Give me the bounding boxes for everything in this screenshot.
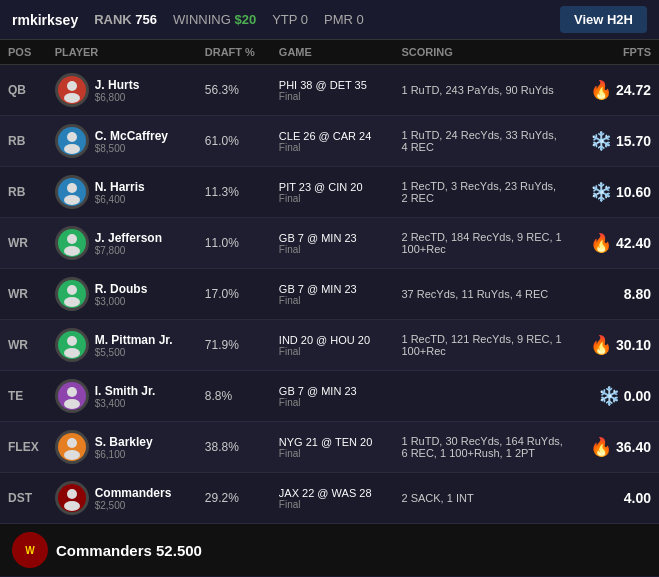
player-cell: I. Smith Jr. $3,400 xyxy=(47,371,197,422)
pos-cell: WR xyxy=(0,320,47,371)
svg-point-13 xyxy=(67,285,77,295)
game-matchup: PIT 23 @ CIN 20 xyxy=(279,181,386,193)
col-game: GAME xyxy=(271,40,394,65)
game-cell: GB 7 @ MIN 23 Final xyxy=(271,218,394,269)
lineup-table: POS PLAYER DRAFT % GAME SCORING FPTS QB … xyxy=(0,40,659,524)
svg-point-25 xyxy=(67,489,77,499)
draft-pct: 11.0% xyxy=(197,218,271,269)
scoring-cell: 2 RecTD, 184 RecYds, 9 REC, 1 100+Rec xyxy=(393,218,572,269)
pos-cell: RB xyxy=(0,167,47,218)
fpts-cell: ❄️ 0.00 xyxy=(573,371,659,422)
fpts-cell: 4.00 xyxy=(573,473,659,524)
username: rmkirksey xyxy=(12,12,78,28)
svg-point-19 xyxy=(67,387,77,397)
game-cell: IND 20 @ HOU 20 Final xyxy=(271,320,394,371)
fire-icon: 🔥 xyxy=(590,232,612,254)
game-cell: PHI 38 @ DET 35 Final xyxy=(271,65,394,116)
pos-cell: WR xyxy=(0,218,47,269)
game-matchup: PHI 38 @ DET 35 xyxy=(279,79,386,91)
game-status: Final xyxy=(279,91,386,102)
avatar xyxy=(55,226,89,260)
player-name: J. Hurts xyxy=(95,78,140,92)
game-status: Final xyxy=(279,244,386,255)
fpts-cell: 🔥 30.10 xyxy=(573,320,659,371)
game-status: Final xyxy=(279,397,386,408)
scoring-cell: 1 RecTD, 3 RecYds, 23 RuYds, 2 REC xyxy=(393,167,572,218)
game-status: Final xyxy=(279,346,386,357)
pos-cell: RB xyxy=(0,116,47,167)
player-info: J. Hurts $6,800 xyxy=(95,78,140,103)
svg-point-4 xyxy=(67,132,77,142)
player-cell: R. Doubs $3,000 xyxy=(47,269,197,320)
pos-cell: WR xyxy=(0,269,47,320)
fpts-value: 0.00 xyxy=(624,388,651,404)
table-row: DST Commanders $2,500 29.2% JAX 22 @ WAS… xyxy=(0,473,659,524)
fpts-value: 10.60 xyxy=(616,184,651,200)
fpts-value: 24.72 xyxy=(616,82,651,98)
fpts-value: 4.00 xyxy=(624,490,651,506)
game-status: Final xyxy=(279,193,386,204)
svg-point-22 xyxy=(67,438,77,448)
game-cell: PIT 23 @ CIN 20 Final xyxy=(271,167,394,218)
svg-point-2 xyxy=(64,93,80,103)
ice-icon: ❄️ xyxy=(590,181,612,203)
player-info: M. Pittman Jr. $5,500 xyxy=(95,333,173,358)
svg-point-20 xyxy=(64,399,80,409)
player-salary: $6,100 xyxy=(95,449,153,460)
svg-point-23 xyxy=(64,450,80,460)
col-scoring: SCORING xyxy=(393,40,572,65)
col-fpts: FPTS xyxy=(573,40,659,65)
player-cell: J. Jefferson $7,800 xyxy=(47,218,197,269)
svg-point-8 xyxy=(64,195,80,205)
player-name: N. Harris xyxy=(95,180,145,194)
game-status: Final xyxy=(279,448,386,459)
svg-point-1 xyxy=(67,81,77,91)
col-pos: POS xyxy=(0,40,47,65)
game-matchup: NYG 21 @ TEN 20 xyxy=(279,436,386,448)
fpts-cell: 8.80 xyxy=(573,269,659,320)
game-cell: GB 7 @ MIN 23 Final xyxy=(271,371,394,422)
fpts-value: 8.80 xyxy=(624,286,651,302)
table-row: WR M. Pittman Jr. $5,500 71.9% IND 20 @ … xyxy=(0,320,659,371)
player-cell: Commanders $2,500 xyxy=(47,473,197,524)
player-cell: C. McCaffrey $8,500 xyxy=(47,116,197,167)
col-draft: DRAFT % xyxy=(197,40,271,65)
scoring-cell: 2 SACK, 1 INT xyxy=(393,473,572,524)
fpts-value: 15.70 xyxy=(616,133,651,149)
game-cell: JAX 22 @ WAS 28 Final xyxy=(271,473,394,524)
player-name: I. Smith Jr. xyxy=(95,384,156,398)
view-h2h-button[interactable]: View H2H xyxy=(560,6,647,33)
avatar xyxy=(55,430,89,464)
rank-label: RANK 756 xyxy=(94,12,157,27)
pos-cell: FLEX xyxy=(0,422,47,473)
draft-pct: 17.0% xyxy=(197,269,271,320)
player-salary: $3,000 xyxy=(95,296,148,307)
fpts-cell: 🔥 24.72 xyxy=(573,65,659,116)
player-salary: $6,800 xyxy=(95,92,140,103)
draft-pct: 11.3% xyxy=(197,167,271,218)
scoring-cell xyxy=(393,371,572,422)
player-info: C. McCaffrey $8,500 xyxy=(95,129,168,154)
draft-pct: 29.2% xyxy=(197,473,271,524)
game-matchup: GB 7 @ MIN 23 xyxy=(279,283,386,295)
avatar xyxy=(55,124,89,158)
fire-icon: 🔥 xyxy=(590,79,612,101)
player-salary: $2,500 xyxy=(95,500,172,511)
fpts-value: 42.40 xyxy=(616,235,651,251)
fire-icon: 🔥 xyxy=(590,436,612,458)
fpts-cell: ❄️ 15.70 xyxy=(573,116,659,167)
player-name: S. Barkley xyxy=(95,435,153,449)
game-matchup: JAX 22 @ WAS 28 xyxy=(279,487,386,499)
draft-pct: 38.8% xyxy=(197,422,271,473)
svg-point-10 xyxy=(67,234,77,244)
draft-pct: 8.8% xyxy=(197,371,271,422)
avatar xyxy=(55,379,89,413)
footer-team-name: Commanders 52.500 xyxy=(56,542,202,559)
fire-icon: 🔥 xyxy=(590,334,612,356)
scoring-cell: 1 RuTD, 24 RecYds, 33 RuYds, 4 REC xyxy=(393,116,572,167)
player-name: R. Doubs xyxy=(95,282,148,296)
pmr-label: PMR 0 xyxy=(324,12,364,27)
player-salary: $7,800 xyxy=(95,245,162,256)
footer: W Commanders 52.500 xyxy=(0,524,659,576)
game-matchup: GB 7 @ MIN 23 xyxy=(279,385,386,397)
